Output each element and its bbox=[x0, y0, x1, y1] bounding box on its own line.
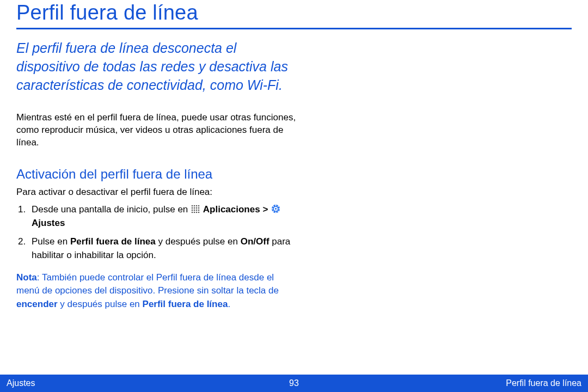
page-title: Perfil fuera de línea bbox=[16, 1, 572, 28]
footer-page-number: 93 bbox=[289, 378, 299, 388]
footer-right: Perfil fuera de línea bbox=[299, 378, 581, 388]
svg-point-12 bbox=[192, 212, 193, 213]
step2-d: On/Off bbox=[241, 236, 270, 247]
section-title: Activación del perfil fuera de línea bbox=[16, 167, 572, 182]
svg-point-4 bbox=[192, 207, 193, 209]
note-label: Nota bbox=[16, 272, 37, 283]
settings-gear-icon bbox=[271, 204, 280, 213]
note-b: encender bbox=[16, 299, 58, 309]
svg-point-10 bbox=[196, 210, 198, 211]
svg-point-9 bbox=[194, 210, 195, 211]
step2-c: y después pulse en bbox=[156, 236, 241, 247]
step1-prefix: Desde una pantalla de inicio, pulse en bbox=[32, 204, 191, 215]
intro-text: El perfil fuera de línea desconecta el d… bbox=[16, 39, 289, 94]
svg-point-14 bbox=[196, 212, 198, 213]
svg-point-15 bbox=[198, 212, 200, 213]
step2-a: Pulse en bbox=[32, 236, 70, 247]
note-a: : También puede controlar el Perfil fuer… bbox=[16, 272, 279, 296]
page-footer: Ajustes 93 Perfil fuera de línea bbox=[0, 375, 588, 392]
note-c: y después pulse en bbox=[58, 299, 143, 309]
svg-point-8 bbox=[192, 210, 193, 211]
svg-point-5 bbox=[194, 207, 195, 209]
body-para-1: Mientras esté en el perfil fuera de líne… bbox=[16, 112, 299, 149]
footer-left: Ajustes bbox=[7, 378, 289, 388]
step-list: Desde una pantalla de inicio, pulse en A… bbox=[16, 203, 299, 262]
svg-point-3 bbox=[198, 205, 200, 207]
apps-grid-icon bbox=[191, 205, 200, 213]
svg-point-1 bbox=[194, 205, 195, 207]
title-rule bbox=[16, 28, 572, 29]
note-d: Perfil fuera de línea bbox=[143, 299, 228, 309]
settings-label: Ajustes bbox=[32, 218, 65, 228]
svg-point-2 bbox=[196, 205, 198, 207]
gt-sep: > bbox=[262, 204, 271, 215]
note-e: . bbox=[228, 299, 230, 309]
svg-point-6 bbox=[196, 207, 198, 209]
note-block: Nota: También puede controlar el Perfil … bbox=[16, 271, 299, 311]
svg-point-7 bbox=[198, 207, 200, 209]
list-item: Pulse en Perfil fuera de línea y después… bbox=[28, 235, 299, 262]
section-lead: Para activar o desactivar el perfil fuer… bbox=[16, 186, 299, 199]
apps-label: Aplicaciones bbox=[203, 204, 260, 215]
svg-point-11 bbox=[198, 210, 200, 211]
svg-point-18 bbox=[275, 208, 277, 210]
step2-b: Perfil fuera de línea bbox=[70, 236, 156, 247]
svg-point-0 bbox=[192, 205, 193, 207]
list-item: Desde una pantalla de inicio, pulse en A… bbox=[28, 203, 299, 230]
svg-point-13 bbox=[194, 212, 195, 213]
